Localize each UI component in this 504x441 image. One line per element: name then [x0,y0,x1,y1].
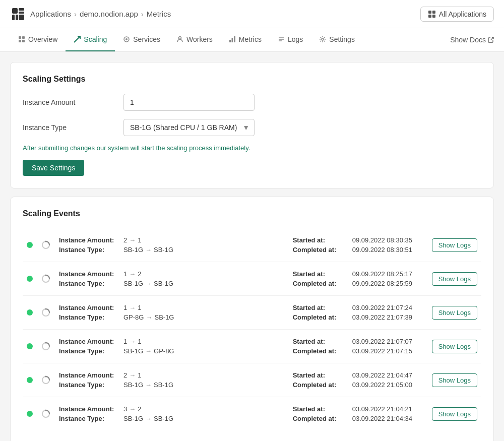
event-amount-row: Instance Amount: 1 → 2 [59,270,285,278]
event-times: Started at: 09.09.2022 08:25:17 Complete… [293,270,424,287]
instance-type-value: SB-1G → SB-1G [123,381,173,389]
completed-value: 03.09.2022 21:05:00 [352,381,412,389]
tab-services[interactable]: Services [115,28,168,51]
completed-label: Completed at: [293,381,348,389]
completed-label: Completed at: [293,280,348,287]
completed-row: Completed at: 09.09.2022 08:30:51 [293,246,424,254]
tab-settings-label: Settings [329,35,355,43]
event-times: Started at: 03.09.2022 21:07:24 Complete… [293,304,424,321]
breadcrumb-domain[interactable]: demo.nodion.app [80,10,138,18]
svg-line-14 [74,36,80,42]
tab-metrics[interactable]: Metrics [221,28,270,51]
tab-settings[interactable]: Settings [311,28,363,51]
show-logs-button[interactable]: Show Logs [432,407,477,421]
event-spinner-icon [41,307,51,318]
event-status-dot [27,343,33,349]
show-logs-button[interactable]: Show Logs [432,306,477,320]
tab-scaling-label: Scaling [84,35,107,43]
tab-overview[interactable]: Overview [10,28,66,51]
completed-value: 03.09.2022 21:07:15 [352,347,412,355]
event-details: Instance Amount: 1 → 2 Instance Type: SB… [59,270,285,287]
settings-icon [319,36,326,43]
svg-rect-13 [22,40,25,42]
started-row: Started at: 09.09.2022 08:30:35 [293,236,424,244]
all-applications-button[interactable]: All Applications [420,7,494,22]
completed-label: Completed at: [293,415,348,422]
started-value: 03.09.2022 21:04:21 [352,405,412,413]
completed-row: Completed at: 03.09.2022 21:07:39 [293,313,424,321]
header: Applications › demo.nodion.app › Metrics… [0,0,504,28]
show-logs-button[interactable]: Show Logs [432,373,477,387]
svg-rect-3 [12,15,15,20]
svg-rect-19 [231,38,233,42]
breadcrumb-applications[interactable]: Applications [30,10,71,18]
instance-amount-value: 1 → 1 [123,338,141,345]
show-logs-button[interactable]: Show Logs [432,272,477,286]
workers-icon [176,36,183,43]
event-row: Instance Amount: 2 → 1 Instance Type: SB… [23,363,481,397]
instance-type-value: SB-1G → SB-1G [123,246,173,254]
svg-point-30 [45,308,47,310]
started-label: Started at: [293,270,348,278]
started-value: 09.09.2022 08:25:17 [352,270,412,278]
svg-rect-18 [229,40,231,42]
event-type-row: Instance Type: GP-8G → SB-1G [59,313,285,321]
tab-logs[interactable]: Logs [270,28,311,51]
show-logs-button[interactable]: Show Logs [432,340,477,353]
show-docs-label: Show Docs [450,36,486,44]
instance-amount-value: 3 → 2 [123,405,141,413]
breadcrumb-page: Metrics [147,10,171,18]
event-amount-row: Instance Amount: 3 → 2 [59,405,285,413]
breadcrumb-sep-1: › [74,10,77,18]
tab-workers[interactable]: Workers [168,28,221,51]
event-type-row: Instance Type: SB-1G → SB-1G [59,246,285,254]
svg-point-16 [125,38,128,40]
event-row: Instance Amount: 3 → 2 Instance Type: SB… [23,397,481,430]
instance-amount-input[interactable] [123,94,255,111]
event-type-row: Instance Type: SB-1G → SB-1G [59,415,285,422]
show-docs-link[interactable]: Show Docs [450,29,494,51]
instance-type-label: Instance Type: [59,415,119,422]
started-row: Started at: 09.09.2022 08:25:17 [293,270,424,278]
scaling-settings-title: Scaling Settings [23,75,481,84]
events-list: Instance Amount: 2 → 1 Instance Type: SB… [23,228,481,430]
event-details: Instance Amount: 2 → 1 Instance Type: SB… [59,236,285,254]
svg-point-34 [45,376,47,377]
instance-type-label: Instance Type: [59,280,119,287]
header-left: Applications › demo.nodion.app › Metrics [10,6,171,22]
instance-type-value: SB-1G → GP-8G [123,347,174,355]
started-label: Started at: [293,304,348,311]
instance-type-label: Instance Type: [59,381,119,389]
event-amount-row: Instance Amount: 2 → 1 [59,371,285,379]
instance-amount-label: Instance Amount: [59,236,119,244]
show-logs-button[interactable]: Show Logs [432,238,477,252]
external-link-icon [488,37,494,43]
all-applications-label: All Applications [439,10,486,18]
completed-value: 09.09.2022 08:25:59 [352,280,412,287]
event-spinner-icon [41,274,51,284]
instance-amount-label: Instance Amount: [59,405,119,413]
event-spinner-icon [41,409,51,419]
tab-workers-label: Workers [186,35,213,43]
instance-type-value: GP-8G → SB-1G [123,313,174,321]
save-settings-button[interactable]: Save Settings [23,160,84,176]
svg-point-32 [45,342,47,344]
svg-rect-11 [22,36,25,39]
tab-metrics-label: Metrics [239,35,262,43]
instance-amount-label: Instance Amount [23,98,123,106]
started-row: Started at: 03.09.2022 21:04:21 [293,405,424,413]
scaling-events-title: Scaling Events [23,209,481,218]
tab-scaling[interactable]: Scaling [66,28,115,51]
instance-type-value: SB-1G → SB-1G [123,280,173,287]
svg-rect-9 [432,15,435,18]
instance-type-label: Instance Type: [59,313,119,321]
completed-row: Completed at: 09.09.2022 08:25:59 [293,280,424,287]
event-row: Instance Amount: 1 → 1 Instance Type: SB… [23,330,481,363]
started-label: Started at: [293,405,348,413]
completed-row: Completed at: 03.09.2022 21:04:34 [293,415,424,422]
svg-rect-1 [19,8,24,11]
app-logo [10,6,26,22]
scaling-settings-card: Scaling Settings Instance Amount Instanc… [10,62,494,188]
instance-type-select[interactable]: SB-1G (Shared CPU / 1 GB RAM) [123,119,255,136]
svg-rect-4 [16,15,18,20]
